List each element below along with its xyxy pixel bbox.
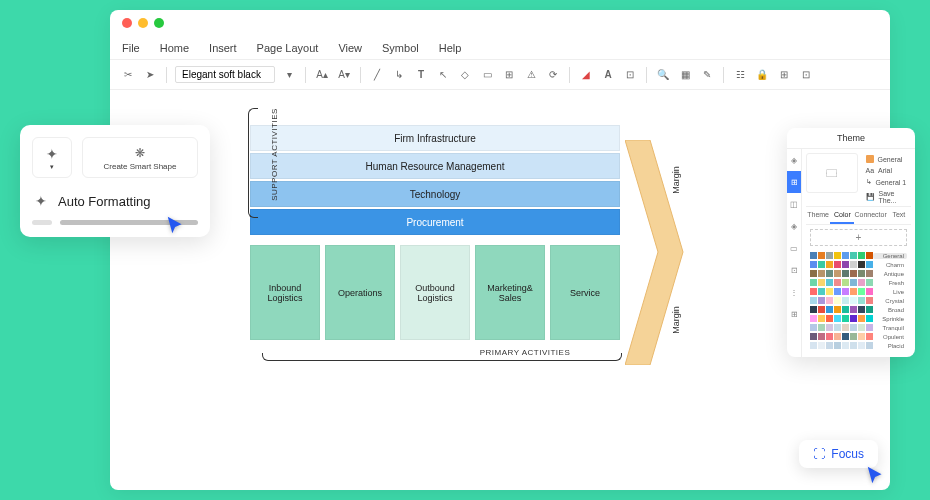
menu-help[interactable]: Help (439, 42, 462, 54)
connector-icon[interactable]: ↳ (391, 67, 407, 83)
color-swatch[interactable] (810, 333, 817, 340)
add-button[interactable]: + (810, 229, 907, 246)
swatch-row[interactable]: Sprinkle (810, 315, 907, 322)
support-row-procurement[interactable]: Procurement (250, 209, 620, 235)
color-swatch[interactable] (858, 288, 865, 295)
color-swatch[interactable] (826, 324, 833, 331)
color-swatch[interactable] (850, 297, 857, 304)
color-swatch[interactable] (810, 297, 817, 304)
color-swatch[interactable] (842, 261, 849, 268)
auto-formatting-option[interactable]: Auto Formatting (32, 188, 198, 214)
color-swatch[interactable] (818, 342, 825, 349)
canvas[interactable]: SUPPORT ACTIVITIES Firm Infrastructure H… (110, 90, 890, 377)
color-swatch[interactable] (842, 297, 849, 304)
color-swatch[interactable] (834, 261, 841, 268)
color-swatch[interactable] (842, 252, 849, 259)
color-swatch[interactable] (834, 288, 841, 295)
color-swatch[interactable] (834, 252, 841, 259)
panel-tab-3[interactable]: ◫ (787, 193, 801, 215)
color-swatch[interactable] (834, 279, 841, 286)
panel-tab-8[interactable]: ⊞ (787, 303, 801, 325)
search-icon[interactable]: 🔍 (655, 67, 671, 83)
color-swatch[interactable] (810, 315, 817, 322)
color-swatch[interactable] (866, 261, 873, 268)
minimize-icon[interactable] (138, 18, 148, 28)
color-swatch[interactable] (858, 342, 865, 349)
create-smart-shape-button[interactable]: Create Smart Shape (82, 137, 198, 178)
color-swatch[interactable] (826, 342, 833, 349)
panel-tab-6[interactable]: ⊡ (787, 259, 801, 281)
support-row-hr[interactable]: Human Resource Management (250, 153, 620, 179)
color-swatch[interactable] (866, 288, 873, 295)
panel-tab-5[interactable]: ▭ (787, 237, 801, 259)
color-swatch[interactable] (834, 315, 841, 322)
color-swatch[interactable] (850, 315, 857, 322)
color-swatch[interactable] (850, 270, 857, 277)
lock-icon[interactable]: 🔒 (754, 67, 770, 83)
primary-marketing[interactable]: Marketing& Sales (475, 245, 545, 340)
color-swatch[interactable] (826, 279, 833, 286)
color-swatch[interactable] (834, 306, 841, 313)
align-icon[interactable]: ⊞ (501, 67, 517, 83)
color-swatch[interactable] (818, 324, 825, 331)
menu-file[interactable]: File (122, 42, 140, 54)
color-swatch[interactable] (834, 297, 841, 304)
theme-preview[interactable]: ┌─┐└─┘ (806, 153, 858, 193)
color-swatch[interactable] (866, 297, 873, 304)
swatch-row[interactable]: Tranquil (810, 324, 907, 331)
menu-insert[interactable]: Insert (209, 42, 237, 54)
style-arial[interactable]: AaArial (862, 165, 912, 176)
color-swatch[interactable] (810, 261, 817, 268)
text-icon[interactable]: T (413, 67, 429, 83)
color-swatch[interactable] (850, 279, 857, 286)
color-swatch[interactable] (858, 270, 865, 277)
color-swatch[interactable] (866, 306, 873, 313)
swatch-row[interactable]: Fresh (810, 279, 907, 286)
color-swatch[interactable] (858, 324, 865, 331)
color-swatch[interactable] (810, 252, 817, 259)
font-decrease-icon[interactable]: A▾ (336, 67, 352, 83)
color-swatch[interactable] (818, 297, 825, 304)
color-swatch[interactable] (810, 306, 817, 313)
color-swatch[interactable] (858, 315, 865, 322)
color-swatch[interactable] (818, 315, 825, 322)
menu-page-layout[interactable]: Page Layout (257, 42, 319, 54)
color-swatch[interactable] (810, 288, 817, 295)
color-swatch[interactable] (866, 252, 873, 259)
tab-theme[interactable]: Theme (806, 207, 830, 224)
color-swatch[interactable] (866, 342, 873, 349)
color-swatch[interactable] (850, 306, 857, 313)
color-swatch[interactable] (818, 261, 825, 268)
style-general[interactable]: General (862, 153, 912, 165)
color-swatch[interactable] (866, 315, 873, 322)
color-swatch[interactable] (810, 279, 817, 286)
support-row-infrastructure[interactable]: Firm Infrastructure (250, 125, 620, 151)
color-swatch[interactable] (826, 306, 833, 313)
color-swatch[interactable] (858, 333, 865, 340)
color-swatch[interactable] (858, 297, 865, 304)
color-swatch[interactable] (842, 279, 849, 286)
primary-inbound[interactable]: Inbound Logistics (250, 245, 320, 340)
rect-icon[interactable]: ▭ (479, 67, 495, 83)
swatch-row[interactable]: Opulent (810, 333, 907, 340)
color-swatch[interactable] (810, 324, 817, 331)
swatch-row[interactable]: Placid (810, 342, 907, 349)
cut-icon[interactable]: ✂ (120, 67, 136, 83)
color-swatch[interactable] (826, 315, 833, 322)
color-swatch[interactable] (826, 270, 833, 277)
color-swatch[interactable] (818, 252, 825, 259)
crop-icon[interactable]: ⊡ (622, 67, 638, 83)
menu-symbol[interactable]: Symbol (382, 42, 419, 54)
swatch-row[interactable]: Antique (810, 270, 907, 277)
color-swatch[interactable] (842, 288, 849, 295)
shape-icon[interactable]: ◇ (457, 67, 473, 83)
style-general1[interactable]: ↳General 1 (862, 176, 912, 188)
color-swatch[interactable] (842, 342, 849, 349)
color-swatch[interactable] (858, 279, 865, 286)
color-swatch[interactable] (834, 342, 841, 349)
color-swatch[interactable] (842, 315, 849, 322)
close-icon[interactable] (122, 18, 132, 28)
layers-icon[interactable]: ☷ (732, 67, 748, 83)
pointer-icon[interactable]: ➤ (142, 67, 158, 83)
color-swatch[interactable] (858, 306, 865, 313)
